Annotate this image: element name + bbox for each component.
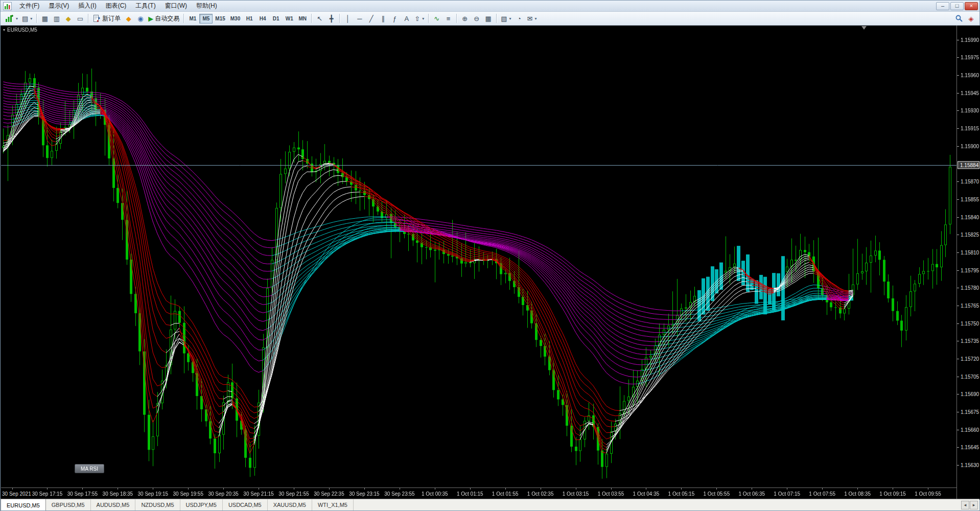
timeframe-button-m5[interactable]: M5 [199,14,213,24]
timeframe-button-d1[interactable]: D1 [269,14,283,24]
symbol-tab[interactable]: USDCAD,M5 [223,499,268,510]
symbol-tab[interactable]: USDJPY,M5 [180,499,223,510]
zoom-out-button[interactable]: ⊖ [471,13,482,24]
price-axis-tick [957,447,959,448]
vertical-line-button[interactable]: │ [342,13,354,24]
price-axis-tick [957,430,959,430]
period-clock-button[interactable]: ◔ [513,13,525,24]
minimize-button[interactable]: – [936,2,949,10]
community-button[interactable]: ◈ [965,13,977,24]
period-clock-icon: ◔ [517,15,521,22]
time-axis[interactable]: 30 Sep 202130 Sep 17:1530 Sep 17:5530 Se… [1,487,956,500]
price-axis-tick [957,359,959,359]
new-chart-button[interactable]: ▾ [3,13,20,24]
fibonacci-icon: ƒ [393,15,396,22]
market-watch-button[interactable]: ▦ [39,13,51,24]
trendline-button[interactable]: ╱ [365,13,377,24]
time-axis-tick [505,488,506,490]
menu-item[interactable]: 插入(I) [74,0,101,12]
price-axis-label: 1.15870 [961,179,979,184]
time-axis-label: 1 Oct 03:15 [563,491,589,497]
text-icon: A [404,15,409,22]
time-axis-label: 30 Sep 19:15 [138,491,169,497]
equidistant-channel-button[interactable]: ∥ [377,13,389,24]
menu-item[interactable]: 文件(F) [15,0,44,12]
profiles-button[interactable]: ▤▾ [20,13,34,24]
time-axis-label: 1 Oct 01:15 [457,491,483,497]
mail-button[interactable]: ✉▾ [525,13,539,24]
indicators-icon: ∿ [434,15,439,22]
autotrading-button[interactable]: ▶自动交易 [146,13,181,24]
time-axis-label: 1 Oct 05:15 [668,491,695,497]
search-button[interactable] [953,13,965,24]
time-axis-tick [294,488,294,490]
timeframe-button-m15[interactable]: M15 [213,14,227,24]
dropdown-arrow-icon: ▾ [534,16,536,21]
tab-scroll-right-button[interactable]: ▸ [970,501,978,509]
time-axis-label: 30 Sep 20:35 [208,491,239,497]
menu-item[interactable]: 工具(T) [131,0,160,12]
time-axis-label: 30 Sep 2021 [2,491,31,497]
title-bar: 文件(F)显示(V)插入(I)图表(C)工具(T)窗口(W)帮助(H) – □ … [1,1,979,12]
price-axis-label: 1.15795 [961,267,979,273]
symbol-tab[interactable]: WTI_X1,M5 [312,499,354,510]
timeframe-button-m30[interactable]: M30 [228,14,243,24]
time-axis-label: 1 Oct 00:35 [422,491,448,497]
toolbar: ▾▤▾▦▥◆▭新订单◆◉▶自动交易M1M5M15M30H1H4D1W1MN↖╋│… [1,12,979,26]
chart-canvas[interactable] [1,26,956,487]
timeframe-button-m1[interactable]: M1 [186,14,199,24]
time-axis-label: 1 Oct 09:55 [915,491,941,497]
zoom-in-button[interactable]: ⊕ [459,13,471,24]
tab-scroll-left-button[interactable]: ◂ [961,501,969,509]
arrows-button[interactable]: ⇧▾ [412,13,426,24]
templates-button[interactable]: ▧▾ [499,13,513,24]
restore-button[interactable]: □ [950,2,964,10]
horizontal-line-icon: ─ [357,15,362,22]
indicators-button[interactable]: ∿ [431,13,442,24]
time-axis-label: 1 Oct 06:35 [738,491,765,497]
time-axis-tick [928,488,928,490]
data-window-button[interactable]: ▥ [51,13,62,24]
new-order-button[interactable]: 新订单 [90,13,123,24]
time-axis-label: 1 Oct 04:35 [633,491,660,497]
timeframe-button-h1[interactable]: H1 [243,14,256,24]
fibonacci-button[interactable]: ƒ [389,13,401,24]
timeframe-button-mn[interactable]: MN [296,14,309,24]
price-axis[interactable]: 1.15884 1.159901.159751.159601.159451.15… [956,26,980,500]
menu-item[interactable]: 帮助(H) [192,0,222,12]
chart-plot[interactable]: ▾ EURUSD,M5 MA RSI [1,26,956,487]
symbol-tab[interactable]: NZDUSD,M5 [135,499,180,510]
options-button[interactable]: ◉ [134,13,146,24]
one-click-trading-arrow[interactable]: ▾ [3,28,5,32]
navigator-button[interactable]: ◆ [62,13,74,24]
symbol-tab[interactable]: AUDUSD,M5 [91,499,136,510]
timeframe-button-h4[interactable]: H4 [256,14,269,24]
horizontal-line-button[interactable]: ─ [354,13,365,24]
ma-rsi-button[interactable]: MA RSI [75,464,104,473]
symbol-tab[interactable]: EURUSD,M5 [1,499,46,510]
symbol-tab[interactable]: GBPUSD,M5 [46,499,91,510]
close-button[interactable]: × [965,2,978,10]
terminal-button[interactable]: ▭ [74,13,86,24]
menu-item[interactable]: 显示(V) [44,0,74,12]
crosshair-button[interactable]: ╋ [325,13,337,24]
menu-item[interactable]: 窗口(W) [160,0,192,12]
text-button[interactable]: A [401,13,412,24]
time-axis-tick [153,488,153,490]
community-icon: ◈ [969,15,974,22]
time-axis-label: 30 Sep 22:35 [314,491,344,497]
menu-item[interactable]: 图表(C) [101,0,131,12]
indicator-list-button[interactable]: ≡ [442,13,454,24]
indicator-list-icon: ≡ [447,15,451,22]
chart-shift-marker[interactable] [861,26,867,30]
timeframe-button-w1[interactable]: W1 [283,14,296,24]
cursor-button[interactable]: ↖ [314,13,325,24]
symbol-tab[interactable]: XAUUSD,M5 [268,499,312,510]
metaeditor-button[interactable]: ◆ [123,13,134,24]
tile-windows-button[interactable]: ▦ [482,13,494,24]
time-axis-tick [857,488,858,490]
chart-window: ▾ EURUSD,M5 MA RSI 1.15884 1.159901.1597… [1,26,979,499]
price-axis-tick [957,394,959,394]
mt4-window: 文件(F)显示(V)插入(I)图表(C)工具(T)窗口(W)帮助(H) – □ … [0,0,980,511]
tile-windows-icon: ▦ [485,15,492,22]
